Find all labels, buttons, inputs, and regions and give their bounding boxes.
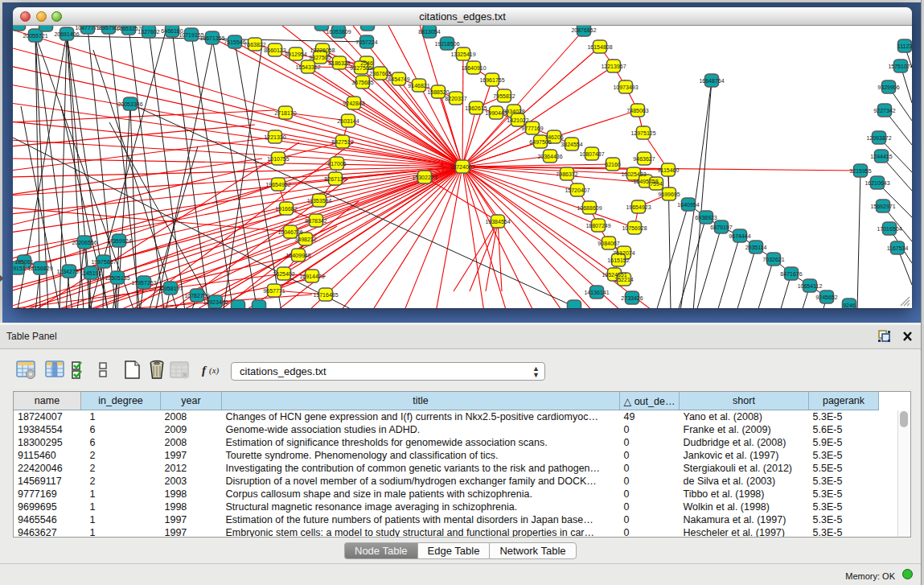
svg-text:3675685: 3675685	[351, 80, 373, 85]
svg-text:19975867: 19975867	[91, 259, 116, 265]
svg-text:8220317: 8220317	[445, 96, 466, 101]
svg-text:3215955: 3215955	[849, 168, 871, 174]
svg-text:16648764: 16648764	[699, 78, 724, 84]
svg-text:2718170: 2718170	[274, 110, 296, 116]
svg-text:12505135: 12505135	[105, 275, 129, 281]
svg-text:16961755: 16961755	[479, 77, 504, 83]
svg-text:19218506: 19218506	[434, 41, 459, 47]
svg-text:7955812: 7955812	[493, 93, 515, 99]
svg-text:2935114: 2935114	[745, 245, 767, 250]
svg-text:15692971: 15692971	[870, 204, 895, 209]
svg-text:8813054: 8813054	[418, 29, 440, 35]
svg-text:(x): (x)	[209, 365, 220, 376]
svg-text:8267130: 8267130	[324, 176, 346, 182]
svg-text:7986372: 7986372	[556, 171, 577, 177]
svg-text:1244415: 1244415	[870, 154, 892, 159]
svg-text:6879197: 6879197	[710, 225, 732, 230]
svg-text:8186328: 8186328	[328, 60, 350, 66]
svg-text:20691406: 20691406	[54, 31, 79, 37]
svg-text:1615152: 1615152	[607, 257, 629, 263]
svg-text:12975125: 12975125	[630, 130, 655, 136]
svg-text:7357224: 7357224	[355, 39, 377, 45]
svg-text:11123: 11123	[897, 43, 912, 49]
svg-text:8878342: 8878342	[305, 218, 326, 224]
svg-text:16409948: 16409948	[285, 253, 310, 258]
svg-text:16914479: 16914479	[299, 274, 324, 279]
svg-text:19384554: 19384554	[485, 219, 510, 225]
svg-text:11958197: 11958197	[158, 286, 183, 291]
svg-text:10807487: 10807487	[579, 151, 604, 157]
svg-text:10046786: 10046786	[277, 229, 302, 235]
svg-text:1588520: 1588520	[427, 89, 449, 95]
svg-text:15720407: 15720407	[565, 187, 589, 193]
svg-text:17957253: 17957253	[131, 280, 156, 286]
svg-text:17359924: 17359924	[106, 238, 131, 244]
svg-text:12213967: 12213967	[601, 64, 626, 69]
svg-text:10025433: 10025433	[621, 171, 646, 177]
svg-text:15751074: 15751074	[888, 64, 912, 69]
svg-text:9146821: 9146821	[408, 83, 429, 89]
svg-text:9934028: 9934028	[503, 109, 524, 114]
svg-text:14136141: 14136141	[584, 290, 609, 295]
svg-text:12342757: 12342757	[56, 269, 81, 274]
svg-text:15302273: 15302273	[412, 175, 437, 180]
svg-text:8427512: 8427512	[331, 139, 353, 145]
svg-text:185061: 185061	[14, 259, 33, 265]
svg-text:8471676: 8471676	[780, 271, 802, 277]
svg-text:9777169: 9777169	[521, 126, 543, 131]
svg-text:18640910: 18640910	[461, 65, 486, 71]
svg-text:16543362: 16543362	[295, 64, 320, 70]
svg-text:20206556: 20206556	[72, 240, 97, 245]
svg-text:7625402: 7625402	[273, 271, 294, 277]
svg-text:817006: 817006	[327, 161, 346, 167]
svg-text:8660123: 8660123	[264, 47, 285, 53]
svg-text:9327505: 9327505	[309, 55, 331, 60]
svg-text:f: f	[202, 364, 207, 377]
svg-text:7612074: 7612074	[613, 250, 634, 256]
svg-text:39151: 39151	[13, 266, 26, 271]
svg-text:1916682: 1916682	[275, 206, 297, 212]
svg-text:20876852: 20876852	[571, 27, 596, 33]
svg-text:20055721: 20055721	[23, 33, 47, 39]
svg-text:6497505: 6497505	[529, 139, 551, 145]
svg-text:17016504: 17016504	[877, 226, 901, 232]
svg-text:16210643: 16210643	[864, 180, 889, 186]
svg-text:7485063: 7485063	[626, 108, 648, 113]
svg-text:2603144: 2603144	[337, 118, 359, 124]
svg-text:7032621: 7032621	[762, 257, 784, 262]
svg-text:13325419: 13325419	[450, 51, 475, 57]
svg-text:9674444: 9674444	[729, 233, 750, 239]
svg-text:18724007: 18724007	[450, 164, 474, 170]
svg-text:1640954: 1640954	[677, 202, 699, 208]
svg-text:1167534: 1167534	[887, 245, 909, 251]
svg-text:12093872: 12093872	[866, 135, 891, 141]
svg-text:9327505: 9327505	[350, 65, 372, 71]
svg-text:1145191: 1145191	[80, 270, 102, 276]
svg-text:8912954: 8912954	[285, 51, 306, 57]
svg-text:9657771: 9657771	[263, 288, 285, 294]
svg-text:16671355: 16671355	[199, 35, 224, 41]
svg-text:9084067: 9084067	[598, 241, 619, 246]
svg-text:9329906: 9329906	[877, 84, 899, 90]
svg-text:7515546: 7515546	[224, 39, 245, 45]
svg-text:9245652: 9245652	[815, 295, 837, 300]
svg-text:2733426: 2733426	[621, 295, 643, 301]
svg-text:19654952: 19654952	[265, 182, 290, 187]
svg-text:1221330: 1221330	[264, 134, 285, 140]
svg-text:1362615: 1362615	[465, 105, 487, 111]
svg-text:62160: 62160	[605, 162, 621, 167]
svg-text:6938923: 6938923	[695, 215, 717, 220]
svg-text:20053346: 20053346	[117, 101, 142, 107]
svg-text:1327602: 1327602	[138, 29, 159, 35]
svg-text:20364436: 20364436	[537, 154, 562, 159]
svg-text:1421022: 1421022	[507, 117, 528, 123]
svg-text:3498212: 3498212	[294, 237, 316, 242]
svg-text:12156829: 12156829	[27, 266, 52, 271]
svg-text:7594: 7594	[650, 181, 663, 187]
svg-text:9463627: 9463627	[633, 156, 655, 162]
svg-text:19654923: 19654923	[626, 204, 651, 210]
svg-text:13226058: 13226058	[310, 47, 335, 53]
svg-text:9227342: 9227342	[873, 108, 895, 113]
svg-text:7663822: 7663822	[244, 42, 265, 47]
svg-text:9242843: 9242843	[343, 101, 364, 106]
